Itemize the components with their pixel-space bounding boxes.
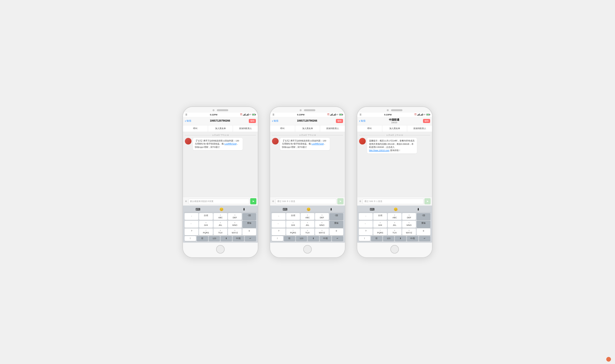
key-PQRS[interactable]: 7PQRS: [373, 228, 387, 235]
key-JKL[interactable]: 5JKL: [301, 221, 314, 228]
key-⬇[interactable]: ⬇: [308, 236, 319, 241]
key-TUV[interactable]: 8TUV: [388, 228, 401, 235]
nav-back[interactable]: ‹ 短信: [359, 119, 366, 123]
key-WXYZ[interactable]: 9WXYZ: [402, 228, 416, 235]
emoji-icon[interactable]: 😊: [219, 208, 223, 211]
key-？[interactable]: ？: [185, 228, 198, 235]
key-，[interactable]: ，: [272, 213, 286, 220]
key-。[interactable]: 。: [272, 221, 286, 228]
add-icon[interactable]: +: [184, 199, 188, 204]
send-button[interactable]: ➤: [250, 198, 256, 204]
download-icon[interactable]: ⬇: [417, 208, 420, 211]
key-123[interactable]: 123: [383, 236, 394, 241]
key-DEF[interactable]: 3DEF: [402, 213, 416, 220]
key-↵[interactable]: ↵: [332, 236, 343, 241]
key-MNO[interactable]: 6MNO: [228, 221, 242, 228]
key-TUV[interactable]: 8TUV: [214, 228, 227, 235]
action-btn-1[interactable]: 加入黑名单: [295, 125, 320, 132]
nav-back[interactable]: ‹ 短信: [185, 119, 191, 123]
home-button[interactable]: [216, 245, 225, 254]
edit-button[interactable]: 编辑: [423, 119, 430, 123]
message-input[interactable]: 默认根据来消息的卡回复: [189, 199, 249, 204]
keyboard-icon[interactable]: ⌨: [370, 208, 374, 211]
key-TUV[interactable]: 8TUV: [301, 228, 314, 235]
key-？[interactable]: ？: [359, 228, 373, 235]
key-，[interactable]: ，: [359, 213, 373, 220]
key-GHI[interactable]: 4GHI: [373, 221, 387, 228]
key-JKL[interactable]: 5JKL: [214, 221, 227, 228]
message-input[interactable]: 通过 SIM 卡 1 发送: [363, 199, 424, 204]
key-重输[interactable]: 重输: [329, 221, 343, 228]
send-button[interactable]: ➤: [337, 198, 343, 204]
key-分词[interactable]: 分词: [373, 213, 387, 220]
action-btn-2[interactable]: 添加到联系人: [233, 125, 258, 132]
key-PQRS[interactable]: 7PQRS: [286, 228, 300, 235]
action-btn-2[interactable]: 添加到联系人: [320, 125, 345, 132]
action-btn-0[interactable]: 呼叫: [270, 125, 295, 132]
home-button[interactable]: [390, 245, 399, 254]
key-DEF[interactable]: 3DEF: [228, 213, 242, 220]
key-⬇[interactable]: ⬇: [221, 236, 232, 241]
action-btn-2[interactable]: 添加到联系人: [407, 125, 432, 132]
action-btn-1[interactable]: 加入黑名单: [382, 125, 407, 132]
key-0[interactable]: 0: [417, 228, 430, 235]
key-重输[interactable]: 重输: [242, 221, 256, 228]
key-PQRS[interactable]: 7PQRS: [199, 228, 213, 235]
action-btn-1[interactable]: 加入黑名单: [208, 125, 233, 132]
key-MNO[interactable]: 6MNO: [315, 221, 329, 228]
emoji-icon[interactable]: 😊: [307, 208, 311, 211]
key-GHI[interactable]: 4GHI: [199, 221, 213, 228]
key-ABC[interactable]: 2ABC: [214, 213, 227, 220]
key-123[interactable]: 123: [209, 236, 220, 241]
add-icon[interactable]: +: [359, 199, 362, 204]
key-↵[interactable]: ↵: [419, 236, 430, 241]
key-⌫[interactable]: ⌫: [242, 213, 256, 220]
key-WXYZ[interactable]: 9WXYZ: [228, 228, 242, 235]
keyboard-icon[interactable]: ⌨: [195, 208, 200, 211]
send-button[interactable]: ➤: [424, 198, 431, 204]
key-符[interactable]: 符: [371, 236, 382, 241]
key-中/英[interactable]: 中/英: [233, 236, 244, 241]
key-。[interactable]: 。: [359, 221, 373, 228]
message-link[interactable]: http://wap.10010.com: [369, 149, 389, 152]
key-符[interactable]: 符: [197, 236, 208, 241]
key-！[interactable]: ！: [359, 236, 370, 241]
download-icon[interactable]: ⬇: [330, 208, 333, 211]
key-DEF[interactable]: 3DEF: [315, 213, 329, 220]
key-分词[interactable]: 分词: [199, 213, 213, 220]
key-！[interactable]: ！: [272, 236, 283, 241]
key-123[interactable]: 123: [296, 236, 307, 241]
download-icon[interactable]: ⬇: [243, 208, 246, 211]
key-符[interactable]: 符: [284, 236, 295, 241]
action-btn-0[interactable]: 呼叫: [357, 125, 382, 132]
key-？[interactable]: ？: [272, 228, 286, 235]
key-！[interactable]: ！: [185, 236, 196, 241]
key-ABC[interactable]: 2ABC: [301, 213, 314, 220]
home-button[interactable]: [303, 245, 312, 254]
key-中/英[interactable]: 中/英: [320, 236, 331, 241]
message-link[interactable]: t.cn/Rf5TZx9: [312, 143, 324, 145]
keyboard-icon[interactable]: ⌨: [283, 208, 287, 211]
key-MNO[interactable]: 6MNO: [402, 221, 416, 228]
key-0[interactable]: 0: [329, 228, 343, 235]
edit-button[interactable]: 编辑: [249, 119, 256, 123]
message-input[interactable]: 通过 SIM 卡 2 发送: [275, 199, 336, 204]
edit-button[interactable]: 编辑: [336, 119, 343, 123]
key-⌫[interactable]: ⌫: [329, 213, 343, 220]
key-ABC[interactable]: 2ABC: [388, 213, 401, 220]
key-JKL[interactable]: 5JKL: [388, 221, 401, 228]
emoji-icon[interactable]: 😊: [394, 208, 398, 211]
key-⬇[interactable]: ⬇: [395, 236, 406, 241]
key-WXYZ[interactable]: 9WXYZ: [315, 228, 329, 235]
key-分词[interactable]: 分词: [286, 213, 300, 220]
key-↵[interactable]: ↵: [245, 236, 256, 241]
add-icon[interactable]: +: [272, 199, 274, 204]
key-重输[interactable]: 重输: [417, 221, 430, 228]
message-link[interactable]: t.cn/Rf5TZx9: [224, 143, 237, 145]
key-，[interactable]: ，: [185, 213, 198, 220]
key-0[interactable]: 0: [242, 228, 256, 235]
action-btn-0[interactable]: 呼叫: [183, 125, 208, 132]
key-。[interactable]: 。: [185, 221, 198, 228]
key-中/英[interactable]: 中/英: [407, 236, 418, 241]
key-⌫[interactable]: ⌫: [417, 213, 430, 220]
